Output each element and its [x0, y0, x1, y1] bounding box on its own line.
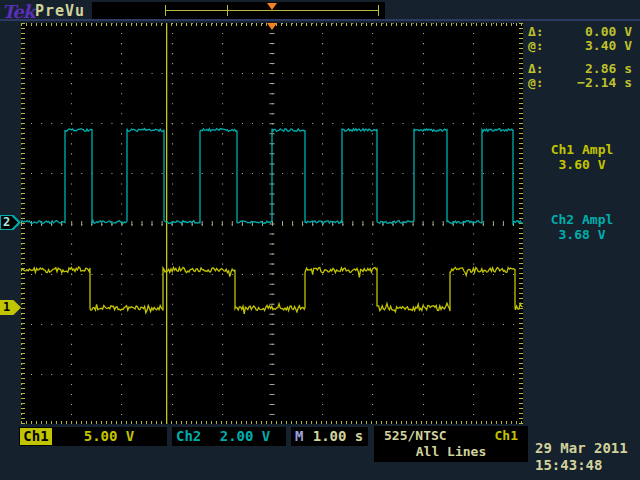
cursor-delta-t-row: Δ: 2.86 s	[528, 61, 634, 75]
ch1-ground-marker: 1	[0, 300, 21, 315]
timebase-readout: M 1.00 s	[291, 427, 368, 446]
trigger-info-box: 525/NTSC Ch1 All Lines	[374, 426, 528, 462]
ch2-waveform-trace	[21, 129, 523, 224]
trigger-source: Ch1	[495, 428, 518, 443]
ch2-marker-label: 2	[3, 215, 10, 230]
cursor-at-t-row: @: −2.14 s	[528, 75, 634, 89]
timebase-label: M	[295, 427, 303, 446]
ch1-marker-label: 1	[3, 300, 10, 315]
record-window-right-bracket	[378, 5, 379, 16]
at-icon: @:	[528, 38, 544, 53]
ch2-scale-readout: Ch2 2.00 V	[172, 427, 286, 446]
ch2-channel-badge: Ch2	[176, 427, 201, 446]
measurement-value: 3.68 V	[526, 227, 638, 242]
delta-icon: Δ:	[528, 61, 544, 76]
measurement-label: Ch2 Ampl	[526, 212, 638, 227]
waveform-plot	[21, 23, 523, 424]
graticule-display	[21, 23, 523, 424]
cursor-at-v-value: 3.40 V	[585, 38, 632, 53]
measurement-value: 3.60 V	[526, 157, 638, 172]
timebase-value: 1.00 s	[311, 427, 365, 446]
trigger-standard: 525/NTSC	[384, 428, 447, 443]
at-icon: @:	[528, 75, 544, 90]
ch1-scale-readout: Ch1 5.00 V	[19, 427, 167, 446]
header-divider	[0, 19, 640, 21]
date-text: 29 Mar 2011	[535, 440, 640, 457]
record-view-bar	[92, 2, 385, 19]
trigger-position-icon	[267, 3, 277, 10]
record-window-line	[165, 10, 379, 11]
ch2-ground-marker: 2	[0, 215, 21, 230]
ch1-scale-value: 5.00 V	[57, 427, 161, 446]
ch2-scale-value: 2.00 V	[208, 427, 282, 446]
acquisition-status: PreVu	[35, 2, 85, 20]
oscilloscope-screen: Tek PreVu 2 1 Δ: 0.00 V @: 3.40 V Δ: 2.8…	[0, 0, 640, 480]
trigger-position-icon	[267, 23, 277, 30]
ch1-channel-badge: Ch1	[20, 428, 52, 445]
measurement-ch1-ampl: Ch1 Ampl 3.60 V	[526, 142, 638, 172]
cursor-at-v-row: @: 3.40 V	[528, 38, 634, 52]
time-text: 15:43:48	[535, 457, 640, 474]
delta-icon: Δ:	[528, 24, 544, 39]
time-cursor-line	[166, 23, 167, 424]
record-window-left-bracket	[165, 5, 166, 16]
trigger-mode: All Lines	[374, 444, 528, 459]
cursor-delta-v-value: 0.00 V	[585, 24, 632, 39]
cursor-at-t-value: −2.14 s	[577, 75, 632, 90]
cursor-delta-t-value: 2.86 s	[585, 61, 632, 76]
record-cursor-tick	[227, 5, 228, 16]
cursor-delta-v-row: Δ: 0.00 V	[528, 24, 634, 38]
measurement-ch2-ampl: Ch2 Ampl 3.68 V	[526, 212, 638, 242]
datetime-readout: 29 Mar 2011 15:43:48	[535, 440, 640, 474]
measurement-label: Ch1 Ampl	[526, 142, 638, 157]
